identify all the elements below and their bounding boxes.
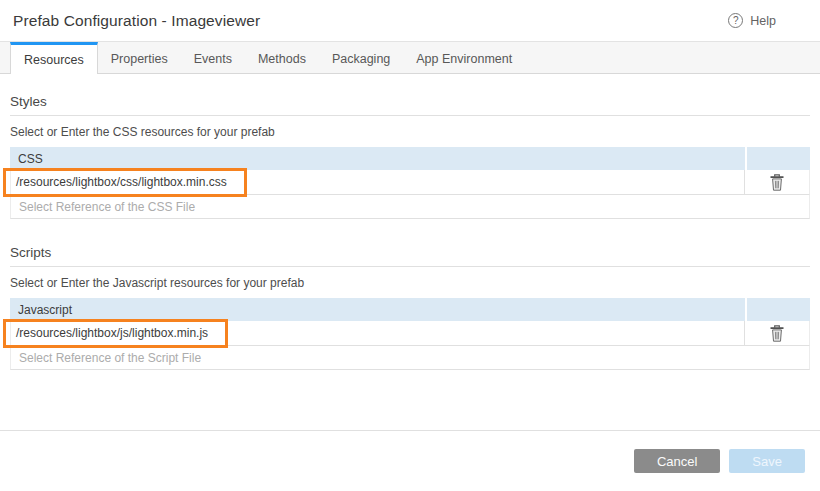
tab-app-environment[interactable]: App Environment — [403, 42, 525, 73]
css-resources-table: CSS /resources/lightbox/css/lightbox.min… — [10, 147, 810, 219]
help-label: Help — [750, 14, 776, 28]
table-row: /resources/lightbox/css/lightbox.min.css — [10, 170, 810, 195]
script-delete-button[interactable] — [744, 321, 809, 345]
tab-events[interactable]: Events — [181, 42, 245, 73]
styles-section-heading: Styles — [10, 94, 810, 116]
script-resources-table: Javascript /resources/lightbox/js/lightb… — [10, 298, 810, 370]
trash-icon — [770, 325, 784, 342]
script-action-column-header — [745, 298, 810, 321]
cancel-button[interactable]: Cancel — [634, 449, 720, 473]
scripts-section-heading: Scripts — [10, 245, 810, 267]
css-resource-cell[interactable]: /resources/lightbox/css/lightbox.min.css — [11, 170, 744, 194]
styles-section-description: Select or Enter the CSS resources for yo… — [10, 125, 810, 139]
tab-methods[interactable]: Methods — [245, 42, 319, 73]
help-icon: ? — [728, 13, 743, 28]
table-row: Select Reference of the CSS File — [10, 195, 810, 219]
table-row: Select Reference of the Script File — [10, 346, 810, 370]
css-reference-placeholder[interactable]: Select Reference of the CSS File — [11, 195, 809, 218]
tab-packaging[interactable]: Packaging — [319, 42, 403, 73]
table-row: /resources/lightbox/js/lightbox.min.js — [10, 321, 810, 346]
scripts-section-description: Select or Enter the Javascript resources… — [10, 276, 810, 290]
script-reference-placeholder[interactable]: Select Reference of the Script File — [11, 346, 809, 369]
dialog-footer: Cancel Save — [0, 430, 820, 491]
resources-tab-panel: Styles Select or Enter the CSS resources… — [0, 74, 820, 370]
tab-resources[interactable]: Resources — [10, 42, 98, 74]
css-action-column-header — [745, 147, 810, 170]
tab-bar: Resources Properties Events Methods Pack… — [0, 42, 820, 74]
css-delete-button[interactable] — [744, 170, 809, 194]
styles-section: Styles Select or Enter the CSS resources… — [10, 94, 810, 219]
script-resource-value[interactable]: /resources/lightbox/js/lightbox.min.js — [3, 319, 228, 348]
script-resource-cell[interactable]: /resources/lightbox/js/lightbox.min.js — [11, 321, 744, 345]
save-button[interactable]: Save — [729, 449, 805, 473]
css-resource-value[interactable]: /resources/lightbox/css/lightbox.min.css — [3, 168, 247, 197]
tab-properties[interactable]: Properties — [98, 42, 181, 73]
help-button[interactable]: ? Help — [728, 13, 776, 28]
scripts-section: Scripts Select or Enter the Javascript r… — [10, 245, 810, 370]
dialog-title: Prefab Configuration - Imageviewer — [13, 12, 260, 30]
dialog-header: Prefab Configuration - Imageviewer ? Hel… — [0, 0, 820, 42]
trash-icon — [770, 174, 784, 191]
prefab-configuration-dialog: Prefab Configuration - Imageviewer ? Hel… — [0, 0, 820, 491]
